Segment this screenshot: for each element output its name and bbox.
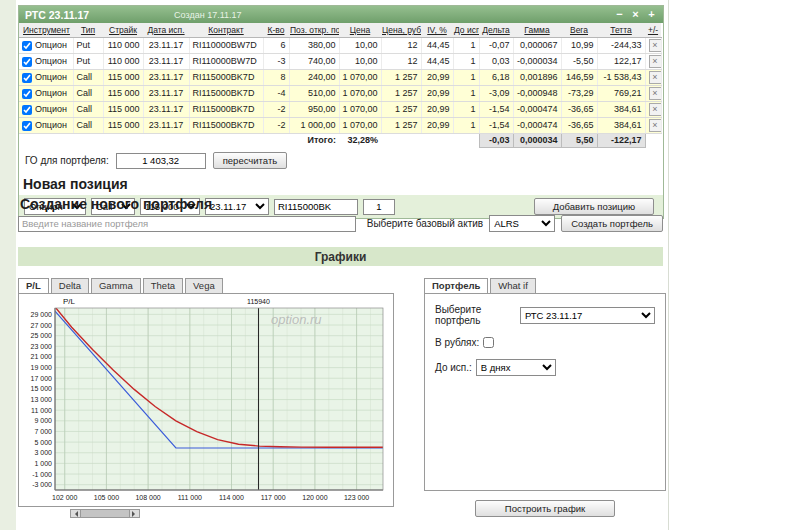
row-checkbox[interactable] [22, 105, 32, 115]
row-checkbox[interactable] [22, 41, 32, 51]
column-header-8[interactable]: Цена, руб. [381, 23, 421, 38]
delete-row-icon[interactable]: × [649, 55, 662, 68]
cell: -0,07 [479, 38, 513, 54]
chart-tab-vega[interactable]: Vega [185, 278, 223, 293]
close-icon[interactable]: × [629, 7, 642, 22]
column-header-12[interactable]: Гамма [513, 23, 561, 38]
cell: 1 257 [381, 70, 421, 86]
settings-tab--[interactable]: Портфель [424, 278, 488, 293]
cell: 1 000,00 [289, 118, 339, 134]
delete-row-icon[interactable]: × [649, 103, 662, 116]
settings-tab-what-if[interactable]: What if [490, 278, 536, 293]
column-header-1[interactable]: Тип [73, 23, 103, 38]
cell: 380,00 [289, 38, 339, 54]
totals-vega: 5,50 [561, 134, 597, 148]
column-header-10[interactable]: До исп. [453, 23, 479, 38]
go-value-input[interactable] [116, 153, 206, 169]
cell: 23.11.17 [143, 86, 189, 102]
page-left-margin [0, 0, 16, 530]
cell: -73,29 [561, 86, 597, 102]
cell: 10,00 [339, 54, 381, 70]
portfolio-panel: РТС 23.11.17 Создан 17.11.17 − × + Инстр… [18, 5, 664, 219]
column-header-9[interactable]: IV, % [421, 23, 453, 38]
delete-row-icon[interactable]: × [649, 119, 662, 132]
charts-section-title: Графики [315, 250, 367, 264]
chart-title: P/L [63, 297, 76, 306]
cell: 115 000 [103, 118, 143, 134]
cell: Call [73, 70, 103, 86]
portfolio-name-input[interactable] [18, 216, 356, 232]
svg-text:7 000: 7 000 [34, 428, 52, 435]
positions-table: ИнструментТипСтрайкДата исп.КонтрактК-во… [19, 23, 662, 148]
days-select[interactable]: В днях [476, 359, 556, 376]
cell: 1 257 [381, 86, 421, 102]
delete-row-icon[interactable]: × [649, 71, 662, 84]
add-position-button[interactable]: Добавить позицию [534, 198, 654, 215]
cell: 20,99 [421, 86, 453, 102]
delete-row-icon[interactable]: × [649, 39, 662, 52]
cell: 122,17 [597, 54, 645, 70]
delete-row-icon[interactable]: × [649, 87, 662, 100]
portfolio-select-label: Выберите портфель [435, 304, 520, 326]
cell: RI110000BW7D [189, 38, 263, 54]
position-contract-input[interactable] [274, 199, 358, 215]
add-icon[interactable]: + [645, 7, 658, 22]
table-row: ОпционCall115 00023.11.17RI115000BK7D-45… [19, 86, 661, 102]
rub-checkbox[interactable] [483, 337, 494, 348]
cell: -36,65 [561, 102, 597, 118]
cell: 1 070,00 [339, 102, 381, 118]
row-checkbox[interactable] [22, 89, 32, 99]
column-header-15[interactable]: +/- [645, 23, 661, 38]
scroll-right-icon[interactable] [130, 510, 139, 517]
svg-text:9 000: 9 000 [34, 417, 52, 424]
table-row: ОпционCall115 00023.11.17RI115000BK7D824… [19, 70, 661, 86]
position-qty-input[interactable] [363, 199, 395, 215]
svg-text:23 000: 23 000 [31, 343, 53, 350]
column-header-11[interactable]: Дельта [479, 23, 513, 38]
cell: RI115000BK7D [189, 102, 263, 118]
cell: Call [73, 118, 103, 134]
base-asset-select[interactable]: ALRS [489, 215, 555, 232]
scroll-left-icon[interactable] [71, 510, 80, 517]
svg-text:25 000: 25 000 [31, 332, 53, 339]
cell: -5,50 [561, 54, 597, 70]
column-header-6[interactable]: Поз. откр. по [289, 23, 339, 38]
column-header-13[interactable]: Вега [561, 23, 597, 38]
charts-area: P/LDeltaGammaThetaVega 29 00027 00025 00… [18, 276, 666, 518]
minimize-icon[interactable]: − [613, 7, 626, 22]
svg-text:21 000: 21 000 [31, 353, 53, 360]
row-checkbox[interactable] [22, 121, 32, 131]
column-header-3[interactable]: Дата исп. [143, 23, 189, 38]
cell: -1,54 [479, 102, 513, 118]
scroll-thumb[interactable] [80, 510, 130, 517]
cell: -0,000474 [513, 102, 561, 118]
chart-tab-theta[interactable]: Theta [143, 278, 183, 293]
chart-tab-gamma[interactable]: Gamma [91, 278, 141, 293]
position-date-select[interactable]: 23.11.17 [205, 198, 269, 215]
chart-scrollbar[interactable] [70, 509, 140, 518]
column-header-5[interactable]: К-во [263, 23, 289, 38]
positions-table-body: ОпционPut110 00023.11.17RI110000BW7D6380… [19, 38, 661, 134]
column-header-2[interactable]: Страйк [103, 23, 143, 38]
pl-chart-svg: 29 00027 00025 00023 00021 00019 00017 0… [19, 294, 393, 506]
column-header-7[interactable]: Цена [339, 23, 381, 38]
cell: 44,45 [421, 54, 453, 70]
portfolio-select-row: Выберите портфель РТС 23.11.17 [435, 304, 655, 326]
chart-tab-p-l[interactable]: P/L [18, 278, 49, 293]
base-asset-label: Выберите базовый актив [367, 218, 483, 229]
cell: 384,61 [597, 102, 645, 118]
column-header-0[interactable]: Инструмент [19, 23, 73, 38]
build-chart-button[interactable]: Построить график [475, 500, 615, 517]
create-portfolio-button[interactable]: Создать портфель [561, 215, 663, 232]
column-header-14[interactable]: Тетта [597, 23, 645, 38]
row-checkbox[interactable] [22, 73, 32, 83]
recalc-button[interactable]: пересчитать [213, 152, 288, 169]
instrument-label: Опцион [35, 88, 67, 98]
portfolio-select[interactable]: РТС 23.11.17 [520, 307, 655, 324]
charts-section-header: Графики [18, 247, 663, 266]
chart-tab-delta[interactable]: Delta [51, 278, 89, 293]
column-header-4[interactable]: Контракт [189, 23, 263, 38]
table-row: ОпционPut110 00023.11.17RI110000BW7D-374… [19, 54, 661, 70]
totals-tetta: -122,17 [597, 134, 645, 148]
row-checkbox[interactable] [22, 57, 32, 67]
